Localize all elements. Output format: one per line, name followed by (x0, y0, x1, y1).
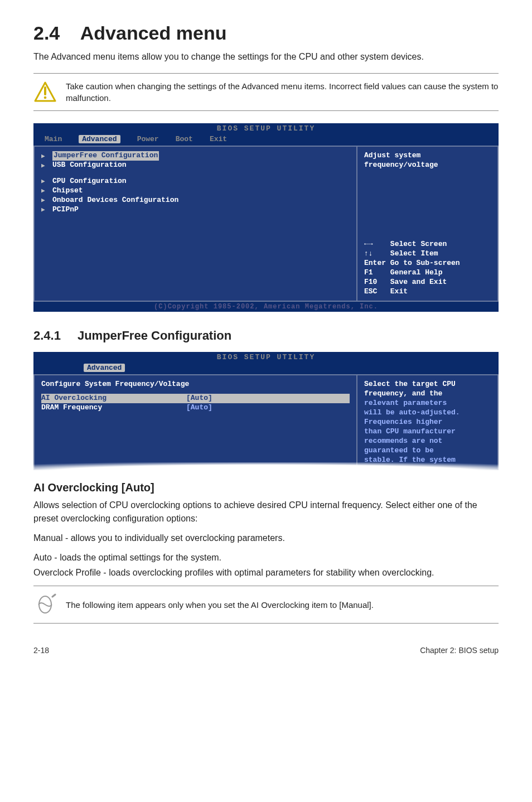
tab-boot[interactable]: Boot (176, 135, 193, 143)
menu-item-chipset[interactable]: ▶ Chipset (41, 186, 350, 196)
chapter-label: Chapter 2: BIOS setup (420, 646, 499, 655)
nav-label: Select Screen (390, 240, 447, 248)
nav-label: Exit (390, 287, 408, 296)
section-intro: The Advanced menu items allow you to cha… (33, 51, 499, 63)
body-text: Auto - loads the optimal settings for th… (33, 551, 499, 564)
help-line: frequency, and the (364, 389, 491, 399)
submenu-arrow-icon: ▶ (41, 152, 47, 160)
bios-left-pane: ▶ JumperFree Configuration ▶ USB Configu… (33, 146, 356, 302)
menu-label: JumperFree Configuration (52, 151, 159, 161)
bios-title: BIOS SETUP UTILITY (33, 123, 499, 134)
caution-text: Take caution when changing the settings … (66, 80, 499, 104)
note-text: The following item appears only when you… (66, 599, 374, 611)
bios-right-pane: Select the target CPU frequency, and the… (356, 374, 499, 470)
subsection-title: 2.4.1JumperFree Configuration (33, 328, 499, 343)
menu-item-pcipnp[interactable]: ▶ PCIPnP (41, 205, 350, 215)
bios-screenshot-advanced-menu: BIOS SETUP UTILITY Main Advanced Power B… (33, 123, 499, 312)
caution-icon (33, 80, 57, 104)
bios-right-pane: Adjust system frequency/voltage ←→ Selec… (356, 146, 499, 302)
menu-label: CPU Configuration (52, 177, 127, 186)
menu-label: Chipset (52, 186, 83, 196)
arrows-ud-icon: ↑↓ (364, 249, 373, 258)
config-value: [Auto] (186, 394, 212, 403)
submenu-arrow-icon: ▶ (41, 162, 47, 170)
menu-item-jumperfree[interactable]: ▶ JumperFree Configuration (41, 151, 350, 161)
note-icon (33, 593, 57, 616)
help-line: Adjust system (364, 151, 491, 161)
menu-item-cpu[interactable]: ▶ CPU Configuration (41, 177, 350, 186)
submenu-arrow-icon: ▶ (41, 196, 47, 204)
nav-label: General Help (390, 268, 443, 277)
page-footer: 2-18 Chapter 2: BIOS setup (33, 646, 499, 655)
menu-item-usb[interactable]: ▶ USB Configuration (41, 161, 350, 170)
body-text: Allows selection of CPU overclocking opt… (33, 499, 499, 524)
help-line: Frequencies higher (364, 418, 491, 427)
submenu-arrow-icon: ▶ (41, 206, 47, 214)
bios-screenshot-jumperfree: BIOS SETUP UTILITY Advanced Configure Sy… (33, 352, 499, 470)
bios-title: BIOS SETUP UTILITY (33, 352, 499, 363)
config-name: DRAM Frequency (41, 403, 186, 413)
menu-item-onboard[interactable]: ▶ Onboard Devices Configuration (41, 196, 350, 205)
section-title: 2.4 Advanced menu (33, 22, 499, 44)
tab-advanced[interactable]: Advanced (79, 135, 120, 143)
bios-menu-bar: Advanced (33, 363, 499, 374)
help-line: guaranteed to be (364, 446, 491, 456)
help-line: stable. If the system (364, 456, 491, 465)
nav-label: Go to Sub-screen (390, 259, 460, 267)
arrows-lr-icon: ←→ (364, 240, 373, 248)
page-number: 2-18 (33, 646, 49, 655)
subsection-number: 2.4.1 (33, 328, 61, 342)
help-line: will be auto-adjusted. (364, 408, 491, 418)
config-value: [Auto] (186, 403, 212, 413)
menu-label: Onboard Devices Configuration (52, 196, 178, 205)
tab-advanced[interactable]: Advanced (84, 364, 125, 372)
submenu-arrow-icon: ▶ (41, 177, 47, 185)
config-row-dram-frequency[interactable]: DRAM Frequency [Auto] (41, 403, 350, 413)
svg-line-4 (52, 595, 55, 597)
bios-copyright: (C)Copyright 1985-2002, American Megatre… (33, 302, 499, 312)
help-line: Select the target CPU (364, 380, 491, 389)
nav-keys: ←→ Select Screen ↑↓ Select Item Enter Go… (364, 240, 491, 296)
body-text: Overclock Profile - loads overclocking p… (33, 566, 499, 579)
config-name: AI Overclocking (41, 394, 186, 403)
note-callout: The following item appears only when you… (33, 586, 499, 624)
item-heading-ai-overclocking: AI Overclocking [Auto] (33, 481, 499, 494)
tab-main[interactable]: Main (45, 135, 62, 143)
help-line: recommends are not (364, 437, 491, 446)
section-number: 2.4 (33, 22, 60, 44)
help-text: Adjust system frequency/voltage (364, 151, 491, 170)
section-name: Advanced menu (80, 22, 227, 44)
subsection-name: JumperFree Configuration (78, 328, 231, 342)
nav-label: Save and Exit (390, 278, 447, 286)
menu-label: USB Configuration (52, 161, 127, 170)
help-line: relevant parameters (364, 399, 491, 408)
help-line: than CPU manufacturer (364, 427, 491, 437)
tab-power[interactable]: Power (137, 135, 159, 143)
bios-menu-bar: Main Advanced Power Boot Exit (33, 134, 499, 146)
nav-label: Select Item (390, 249, 438, 258)
submenu-arrow-icon: ▶ (41, 187, 47, 195)
bios-left-pane: Configure System Frequency/Voltage AI Ov… (33, 374, 356, 470)
menu-label: PCIPnP (52, 205, 79, 215)
config-header: Configure System Frequency/Voltage (41, 380, 350, 388)
svg-point-2 (44, 96, 47, 99)
config-row-ai-overclocking[interactable]: AI Overclocking [Auto] (41, 394, 350, 403)
body-text: Manual - allows you to individually set … (33, 532, 499, 544)
help-line: frequency/voltage (364, 161, 491, 170)
caution-callout: Take caution when changing the settings … (33, 73, 499, 111)
tab-exit[interactable]: Exit (210, 135, 227, 143)
